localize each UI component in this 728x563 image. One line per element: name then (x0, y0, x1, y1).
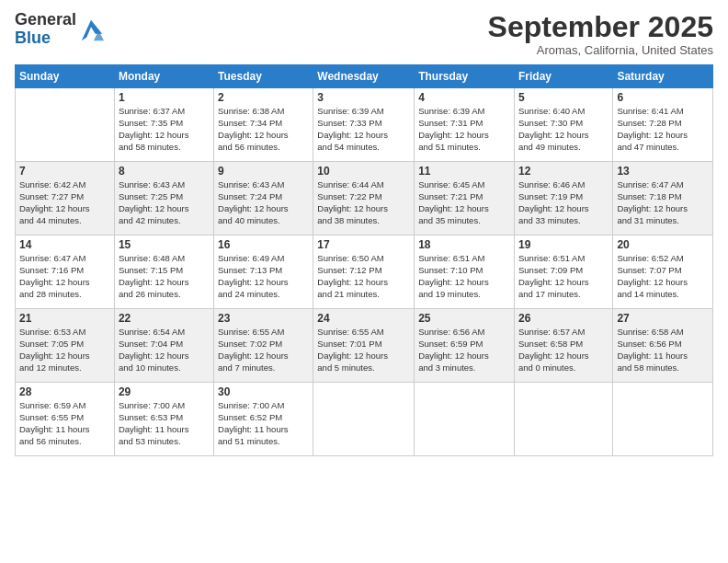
table-row: 3Sunrise: 6:39 AM Sunset: 7:33 PM Daylig… (313, 88, 415, 162)
table-row: 8Sunrise: 6:43 AM Sunset: 7:25 PM Daylig… (114, 162, 213, 236)
day-info: Sunrise: 6:43 AM Sunset: 7:24 PM Dayligh… (218, 179, 309, 226)
table-row (514, 383, 612, 456)
col-tuesday: Tuesday (214, 65, 313, 88)
day-number: 1 (119, 91, 210, 104)
day-info: Sunrise: 6:49 AM Sunset: 7:13 PM Dayligh… (218, 253, 309, 300)
table-row: 17Sunrise: 6:50 AM Sunset: 7:12 PM Dayli… (313, 236, 415, 309)
col-monday: Monday (114, 65, 213, 88)
table-row (415, 383, 515, 456)
table-row: 15Sunrise: 6:48 AM Sunset: 7:15 PM Dayli… (114, 236, 213, 309)
day-info: Sunrise: 6:59 AM Sunset: 6:55 PM Dayligh… (19, 400, 110, 447)
table-row: 4Sunrise: 6:39 AM Sunset: 7:31 PM Daylig… (415, 88, 515, 162)
table-row: 5Sunrise: 6:40 AM Sunset: 7:30 PM Daylig… (514, 88, 612, 162)
day-number: 8 (119, 165, 210, 178)
day-info: Sunrise: 6:54 AM Sunset: 7:04 PM Dayligh… (119, 327, 210, 373)
day-number: 3 (317, 91, 410, 104)
day-info: Sunrise: 6:39 AM Sunset: 7:31 PM Dayligh… (418, 106, 510, 153)
table-row: 21Sunrise: 6:53 AM Sunset: 7:05 PM Dayli… (16, 309, 115, 383)
day-info: Sunrise: 6:48 AM Sunset: 7:15 PM Dayligh… (119, 253, 210, 300)
day-number: 15 (119, 238, 210, 251)
day-number: 4 (418, 91, 510, 104)
location: Aromas, California, United States (488, 43, 713, 57)
day-info: Sunrise: 6:44 AM Sunset: 7:22 PM Dayligh… (317, 179, 410, 226)
table-row: 19Sunrise: 6:51 AM Sunset: 7:09 PM Dayli… (514, 236, 612, 309)
table-row (16, 88, 115, 162)
calendar-table: Sunday Monday Tuesday Wednesday Thursday… (15, 64, 713, 456)
day-info: Sunrise: 6:56 AM Sunset: 6:59 PM Dayligh… (418, 327, 510, 373)
table-row: 27Sunrise: 6:58 AM Sunset: 6:56 PM Dayli… (613, 309, 713, 383)
table-row: 26Sunrise: 6:57 AM Sunset: 6:58 PM Dayli… (514, 309, 612, 383)
day-info: Sunrise: 6:45 AM Sunset: 7:21 PM Dayligh… (418, 179, 510, 226)
table-row: 7Sunrise: 6:42 AM Sunset: 7:27 PM Daylig… (16, 162, 115, 236)
table-row: 14Sunrise: 6:47 AM Sunset: 7:16 PM Dayli… (16, 236, 115, 309)
calendar-row-3: 21Sunrise: 6:53 AM Sunset: 7:05 PM Dayli… (16, 309, 713, 383)
col-saturday: Saturday (613, 65, 713, 88)
day-number: 24 (317, 312, 410, 325)
table-row: 10Sunrise: 6:44 AM Sunset: 7:22 PM Dayli… (313, 162, 415, 236)
day-info: Sunrise: 6:46 AM Sunset: 7:19 PM Dayligh… (518, 179, 609, 226)
day-number: 29 (119, 385, 210, 398)
table-row: 30Sunrise: 7:00 AM Sunset: 6:52 PM Dayli… (214, 383, 313, 456)
page: General Blue September 2025 Aromas, Cali… (0, 0, 728, 563)
day-info: Sunrise: 7:00 AM Sunset: 6:53 PM Dayligh… (119, 400, 210, 447)
table-row: 2Sunrise: 6:38 AM Sunset: 7:34 PM Daylig… (214, 88, 313, 162)
table-row: 9Sunrise: 6:43 AM Sunset: 7:24 PM Daylig… (214, 162, 313, 236)
day-number: 25 (418, 312, 510, 325)
logo-text: General Blue (15, 11, 76, 48)
day-number: 17 (317, 238, 410, 251)
day-info: Sunrise: 6:52 AM Sunset: 7:07 PM Dayligh… (617, 253, 709, 300)
day-info: Sunrise: 6:38 AM Sunset: 7:34 PM Dayligh… (218, 106, 309, 153)
table-row: 29Sunrise: 7:00 AM Sunset: 6:53 PM Dayli… (114, 383, 213, 456)
col-friday: Friday (514, 65, 612, 88)
day-number: 6 (617, 91, 709, 104)
day-number: 12 (518, 165, 609, 178)
day-number: 16 (218, 238, 309, 251)
day-info: Sunrise: 6:43 AM Sunset: 7:25 PM Dayligh… (119, 179, 210, 226)
day-number: 5 (518, 91, 609, 104)
day-info: Sunrise: 6:51 AM Sunset: 7:10 PM Dayligh… (418, 253, 510, 300)
day-number: 11 (418, 165, 510, 178)
day-info: Sunrise: 6:47 AM Sunset: 7:18 PM Dayligh… (617, 179, 709, 226)
day-number: 2 (218, 91, 309, 104)
day-number: 10 (317, 165, 410, 178)
logo-line2: Blue (15, 29, 76, 48)
logo-icon (78, 17, 104, 42)
title-block: September 2025 Aromas, California, Unite… (488, 11, 713, 57)
col-thursday: Thursday (415, 65, 515, 88)
day-info: Sunrise: 6:37 AM Sunset: 7:35 PM Dayligh… (119, 106, 210, 153)
day-number: 20 (617, 238, 709, 251)
day-number: 22 (119, 312, 210, 325)
day-info: Sunrise: 6:55 AM Sunset: 7:02 PM Dayligh… (218, 327, 309, 373)
day-info: Sunrise: 6:47 AM Sunset: 7:16 PM Dayligh… (19, 253, 110, 300)
table-row: 6Sunrise: 6:41 AM Sunset: 7:28 PM Daylig… (613, 88, 713, 162)
day-info: Sunrise: 6:42 AM Sunset: 7:27 PM Dayligh… (19, 179, 110, 226)
day-info: Sunrise: 6:40 AM Sunset: 7:30 PM Dayligh… (518, 106, 609, 153)
day-info: Sunrise: 6:39 AM Sunset: 7:33 PM Dayligh… (317, 106, 410, 153)
header: General Blue September 2025 Aromas, Cali… (15, 11, 713, 57)
day-number: 21 (19, 312, 110, 325)
logo: General Blue (15, 11, 104, 48)
logo-line1: General (15, 11, 76, 29)
day-number: 13 (617, 165, 709, 178)
day-info: Sunrise: 7:00 AM Sunset: 6:52 PM Dayligh… (218, 400, 309, 447)
day-info: Sunrise: 6:51 AM Sunset: 7:09 PM Dayligh… (518, 253, 609, 300)
day-info: Sunrise: 6:41 AM Sunset: 7:28 PM Dayligh… (617, 106, 709, 153)
table-row: 11Sunrise: 6:45 AM Sunset: 7:21 PM Dayli… (415, 162, 515, 236)
table-row: 13Sunrise: 6:47 AM Sunset: 7:18 PM Dayli… (613, 162, 713, 236)
day-info: Sunrise: 6:50 AM Sunset: 7:12 PM Dayligh… (317, 253, 410, 300)
day-number: 23 (218, 312, 309, 325)
table-row (313, 383, 415, 456)
day-number: 18 (418, 238, 510, 251)
day-number: 26 (518, 312, 609, 325)
col-sunday: Sunday (16, 65, 115, 88)
table-row: 23Sunrise: 6:55 AM Sunset: 7:02 PM Dayli… (214, 309, 313, 383)
day-info: Sunrise: 6:57 AM Sunset: 6:58 PM Dayligh… (518, 327, 609, 373)
calendar-row-4: 28Sunrise: 6:59 AM Sunset: 6:55 PM Dayli… (16, 383, 713, 456)
calendar-row-0: 1Sunrise: 6:37 AM Sunset: 7:35 PM Daylig… (16, 88, 713, 162)
table-row (613, 383, 713, 456)
day-number: 30 (218, 385, 309, 398)
calendar-row-1: 7Sunrise: 6:42 AM Sunset: 7:27 PM Daylig… (16, 162, 713, 236)
table-row: 28Sunrise: 6:59 AM Sunset: 6:55 PM Dayli… (16, 383, 115, 456)
day-number: 19 (518, 238, 609, 251)
calendar-header-row: Sunday Monday Tuesday Wednesday Thursday… (16, 65, 713, 88)
